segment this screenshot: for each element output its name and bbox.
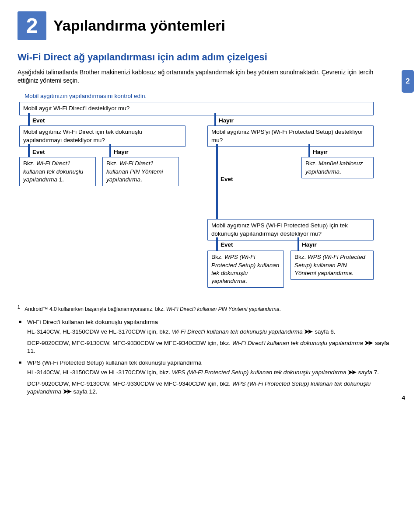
flowchart-q-left: Mobil aygıtınız Wi-Fi Direct için tek do…	[19, 125, 186, 146]
side-tab: 2	[402, 70, 414, 93]
flowchart-result-2: Bkz. Wi-Fi Direct'i kullanan PIN Yöntemi…	[102, 157, 179, 186]
flowchart-result-4: Bkz. WPS (Wi-Fi Protected Setup) kullana…	[207, 251, 284, 288]
flowchart-label-no-4: Hayır	[302, 241, 317, 249]
flowchart-result-3: Bkz. Manüel kablosuz yapılandırma.	[301, 157, 374, 178]
bullet-2-para-1: HL-3140CW, HL-3150CDW ve HL-3170CDW için…	[18, 369, 394, 376]
flowchart-label-yes-4: Evet	[220, 241, 233, 249]
intro-paragraph: Aşağıdaki talimatlarda Brother makineniz…	[18, 68, 394, 85]
flowchart-start-text: Mobil aygıtınızın yapılandırmasını kontr…	[24, 92, 147, 100]
section-title: Wi-Fi Direct ağ yapılandırması için adım…	[18, 51, 394, 64]
flowchart-label-no-2: Hayır	[114, 148, 129, 156]
flowchart-result-1: Bkz. Wi-Fi Direct'i kullanan tek dokunuş…	[19, 157, 96, 186]
chapter-header: 2 Yapılandırma yöntemleri	[18, 11, 394, 40]
flowchart-q-wps: Mobil aygıtınız WPS (Wi-Fi Protected Set…	[207, 219, 374, 240]
flowchart-label-yes-3: Evet	[220, 175, 233, 183]
arrow-icon: ➤➤	[348, 369, 355, 376]
bullet-2-title: WPS (Wi-Fi Protected Setup) kullanan tek…	[18, 359, 394, 367]
chapter-title: Yapılandırma yöntemleri	[53, 16, 225, 36]
footnotes-block: 1 Android™ 4.0 kullanırken başarıyla bağ…	[18, 304, 394, 396]
chapter-number-badge: 2	[18, 11, 46, 40]
bullet-2-para-2: DCP-9020CDW, MFC-9130CW, MFC-9330CDW ve …	[18, 380, 394, 396]
arrow-icon: ➤➤	[63, 388, 70, 395]
flowchart: Mobil aygıtınızın yapılandırmasını kontr…	[18, 92, 394, 344]
flowchart-q-right: Mobil aygıtınız WPS'yi (Wi-Fi Protected …	[207, 125, 374, 146]
flowchart-label-yes-2: Evet	[32, 148, 45, 156]
flowchart-label-no-3: Hayır	[313, 148, 328, 156]
flowchart-label-no-1: Hayır	[219, 117, 234, 125]
page-number: 4	[402, 394, 405, 402]
bullet-1-title: Wi-Fi Direct'i kullanan tek dokunuşlu ya…	[18, 318, 394, 326]
flowchart-start-box: Mobil aygıt Wi-Fi Direct'i destekliyor m…	[19, 102, 374, 115]
flowchart-label-yes-1: Evet	[32, 117, 45, 125]
flowchart-result-5: Bkz. WPS (Wi-Fi Protected Setup) kullana…	[290, 251, 374, 280]
